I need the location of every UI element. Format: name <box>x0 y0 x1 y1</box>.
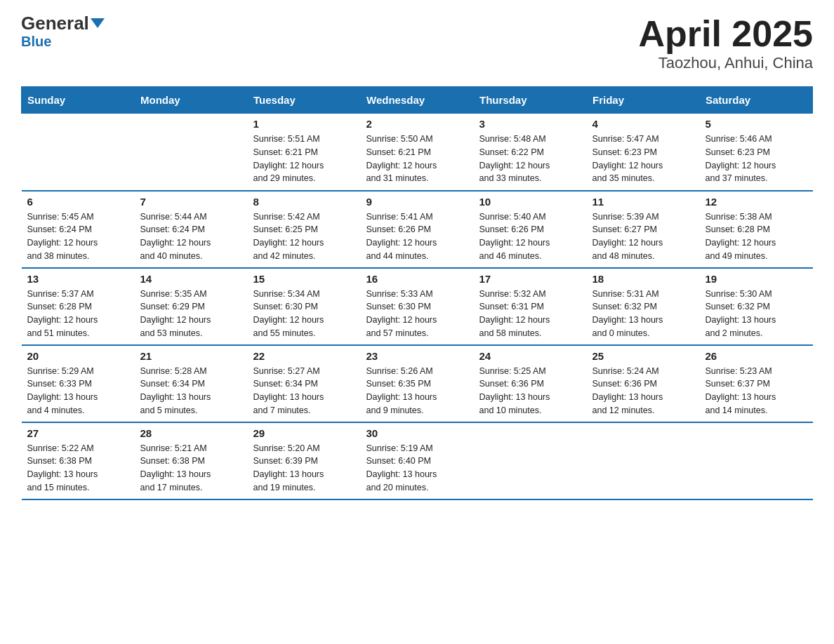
week-row-4: 20Sunrise: 5:29 AM Sunset: 6:33 PM Dayli… <box>22 345 813 422</box>
day-number: 7 <box>140 196 242 208</box>
calendar-cell: 21Sunrise: 5:28 AM Sunset: 6:34 PM Dayli… <box>135 345 248 422</box>
calendar-cell <box>700 422 813 499</box>
weekday-header-row: SundayMondayTuesdayWednesdayThursdayFrid… <box>22 87 813 114</box>
day-info: Sunrise: 5:33 AM Sunset: 6:30 PM Dayligh… <box>366 288 468 340</box>
day-number: 25 <box>593 350 694 362</box>
day-number: 14 <box>140 273 242 285</box>
day-number: 4 <box>593 118 694 130</box>
day-info: Sunrise: 5:39 AM Sunset: 6:27 PM Dayligh… <box>593 210 694 263</box>
logo-arrow-icon <box>91 18 105 28</box>
calendar-cell: 13Sunrise: 5:37 AM Sunset: 6:28 PM Dayli… <box>22 268 135 345</box>
weekday-header-wednesday: Wednesday <box>361 87 474 114</box>
day-info: Sunrise: 5:51 AM Sunset: 6:21 PM Dayligh… <box>253 133 355 185</box>
day-info: Sunrise: 5:50 AM Sunset: 6:21 PM Dayligh… <box>366 133 468 185</box>
calendar-cell: 7Sunrise: 5:44 AM Sunset: 6:24 PM Daylig… <box>135 191 248 268</box>
calendar-cell: 23Sunrise: 5:26 AM Sunset: 6:35 PM Dayli… <box>361 345 474 422</box>
day-info: Sunrise: 5:40 AM Sunset: 6:26 PM Dayligh… <box>479 210 581 263</box>
calendar-cell: 20Sunrise: 5:29 AM Sunset: 6:33 PM Dayli… <box>22 345 135 422</box>
weekday-header-friday: Friday <box>587 87 700 114</box>
logo: General Blue <box>21 14 105 50</box>
calendar-cell: 6Sunrise: 5:45 AM Sunset: 6:24 PM Daylig… <box>22 191 135 268</box>
calendar-cell: 19Sunrise: 5:30 AM Sunset: 6:32 PM Dayli… <box>700 268 813 345</box>
calendar-cell: 24Sunrise: 5:25 AM Sunset: 6:36 PM Dayli… <box>474 345 587 422</box>
day-number: 1 <box>253 118 355 130</box>
day-number: 3 <box>479 118 581 130</box>
calendar-cell: 29Sunrise: 5:20 AM Sunset: 6:39 PM Dayli… <box>248 422 361 499</box>
day-number: 10 <box>479 196 581 208</box>
calendar-cell: 14Sunrise: 5:35 AM Sunset: 6:29 PM Dayli… <box>135 268 248 345</box>
day-info: Sunrise: 5:22 AM Sunset: 6:38 PM Dayligh… <box>27 442 129 495</box>
day-number: 15 <box>253 273 355 285</box>
day-number: 12 <box>706 196 807 208</box>
day-info: Sunrise: 5:38 AM Sunset: 6:28 PM Dayligh… <box>706 210 807 263</box>
day-info: Sunrise: 5:45 AM Sunset: 6:24 PM Dayligh… <box>27 210 129 263</box>
calendar-cell: 16Sunrise: 5:33 AM Sunset: 6:30 PM Dayli… <box>361 268 474 345</box>
day-number: 13 <box>27 273 129 285</box>
calendar-cell: 15Sunrise: 5:34 AM Sunset: 6:30 PM Dayli… <box>248 268 361 345</box>
day-info: Sunrise: 5:28 AM Sunset: 6:34 PM Dayligh… <box>140 365 242 417</box>
weekday-header-monday: Monday <box>135 87 248 114</box>
day-info: Sunrise: 5:47 AM Sunset: 6:23 PM Dayligh… <box>593 133 694 185</box>
page-header: General Blue April 2025 Taozhou, Anhui, … <box>21 14 813 72</box>
calendar-cell <box>135 114 248 191</box>
calendar-cell: 17Sunrise: 5:32 AM Sunset: 6:31 PM Dayli… <box>474 268 587 345</box>
calendar-cell: 9Sunrise: 5:41 AM Sunset: 6:26 PM Daylig… <box>361 191 474 268</box>
day-info: Sunrise: 5:48 AM Sunset: 6:22 PM Dayligh… <box>479 133 581 185</box>
calendar-cell: 4Sunrise: 5:47 AM Sunset: 6:23 PM Daylig… <box>587 114 700 191</box>
day-info: Sunrise: 5:32 AM Sunset: 6:31 PM Dayligh… <box>479 288 581 340</box>
week-row-5: 27Sunrise: 5:22 AM Sunset: 6:38 PM Dayli… <box>22 422 813 499</box>
calendar-cell: 25Sunrise: 5:24 AM Sunset: 6:36 PM Dayli… <box>587 345 700 422</box>
calendar-table: SundayMondayTuesdayWednesdayThursdayFrid… <box>21 86 813 500</box>
day-info: Sunrise: 5:41 AM Sunset: 6:26 PM Dayligh… <box>366 210 468 263</box>
weekday-header-sunday: Sunday <box>22 87 135 114</box>
day-info: Sunrise: 5:34 AM Sunset: 6:30 PM Dayligh… <box>253 288 355 340</box>
day-number: 9 <box>366 196 468 208</box>
day-number: 27 <box>27 427 129 439</box>
calendar-cell: 28Sunrise: 5:21 AM Sunset: 6:38 PM Dayli… <box>135 422 248 499</box>
day-number: 20 <box>27 350 129 362</box>
calendar-cell: 12Sunrise: 5:38 AM Sunset: 6:28 PM Dayli… <box>700 191 813 268</box>
calendar-cell: 26Sunrise: 5:23 AM Sunset: 6:37 PM Dayli… <box>700 345 813 422</box>
day-number: 29 <box>253 427 355 439</box>
calendar-subtitle: Taozhou, Anhui, China <box>638 54 813 72</box>
day-number: 24 <box>479 350 581 362</box>
calendar-cell: 30Sunrise: 5:19 AM Sunset: 6:40 PM Dayli… <box>361 422 474 499</box>
calendar-cell: 18Sunrise: 5:31 AM Sunset: 6:32 PM Dayli… <box>587 268 700 345</box>
day-info: Sunrise: 5:37 AM Sunset: 6:28 PM Dayligh… <box>27 288 129 340</box>
logo-general-text: General <box>21 14 89 32</box>
day-info: Sunrise: 5:42 AM Sunset: 6:25 PM Dayligh… <box>253 210 355 263</box>
day-info: Sunrise: 5:20 AM Sunset: 6:39 PM Dayligh… <box>253 442 355 495</box>
day-number: 5 <box>706 118 807 130</box>
calendar-cell <box>22 114 135 191</box>
day-info: Sunrise: 5:44 AM Sunset: 6:24 PM Dayligh… <box>140 210 242 263</box>
day-info: Sunrise: 5:46 AM Sunset: 6:23 PM Dayligh… <box>706 133 807 185</box>
day-number: 2 <box>366 118 468 130</box>
day-info: Sunrise: 5:23 AM Sunset: 6:37 PM Dayligh… <box>706 365 807 417</box>
calendar-cell <box>474 422 587 499</box>
day-number: 30 <box>366 427 468 439</box>
day-number: 23 <box>366 350 468 362</box>
day-info: Sunrise: 5:30 AM Sunset: 6:32 PM Dayligh… <box>706 288 807 340</box>
day-info: Sunrise: 5:27 AM Sunset: 6:34 PM Dayligh… <box>253 365 355 417</box>
week-row-2: 6Sunrise: 5:45 AM Sunset: 6:24 PM Daylig… <box>22 191 813 268</box>
day-info: Sunrise: 5:31 AM Sunset: 6:32 PM Dayligh… <box>593 288 694 340</box>
calendar-cell: 11Sunrise: 5:39 AM Sunset: 6:27 PM Dayli… <box>587 191 700 268</box>
day-number: 21 <box>140 350 242 362</box>
calendar-cell <box>587 422 700 499</box>
day-number: 6 <box>27 196 129 208</box>
calendar-cell: 10Sunrise: 5:40 AM Sunset: 6:26 PM Dayli… <box>474 191 587 268</box>
day-number: 11 <box>593 196 694 208</box>
day-number: 28 <box>140 427 242 439</box>
week-row-1: 1Sunrise: 5:51 AM Sunset: 6:21 PM Daylig… <box>22 114 813 191</box>
day-info: Sunrise: 5:21 AM Sunset: 6:38 PM Dayligh… <box>140 442 242 495</box>
day-number: 18 <box>593 273 694 285</box>
day-info: Sunrise: 5:29 AM Sunset: 6:33 PM Dayligh… <box>27 365 129 417</box>
calendar-cell: 1Sunrise: 5:51 AM Sunset: 6:21 PM Daylig… <box>248 114 361 191</box>
day-number: 19 <box>706 273 807 285</box>
title-block: April 2025 Taozhou, Anhui, China <box>638 14 813 72</box>
day-info: Sunrise: 5:35 AM Sunset: 6:29 PM Dayligh… <box>140 288 242 340</box>
calendar-cell: 3Sunrise: 5:48 AM Sunset: 6:22 PM Daylig… <box>474 114 587 191</box>
day-info: Sunrise: 5:24 AM Sunset: 6:36 PM Dayligh… <box>593 365 694 417</box>
day-info: Sunrise: 5:25 AM Sunset: 6:36 PM Dayligh… <box>479 365 581 417</box>
calendar-cell: 5Sunrise: 5:46 AM Sunset: 6:23 PM Daylig… <box>700 114 813 191</box>
